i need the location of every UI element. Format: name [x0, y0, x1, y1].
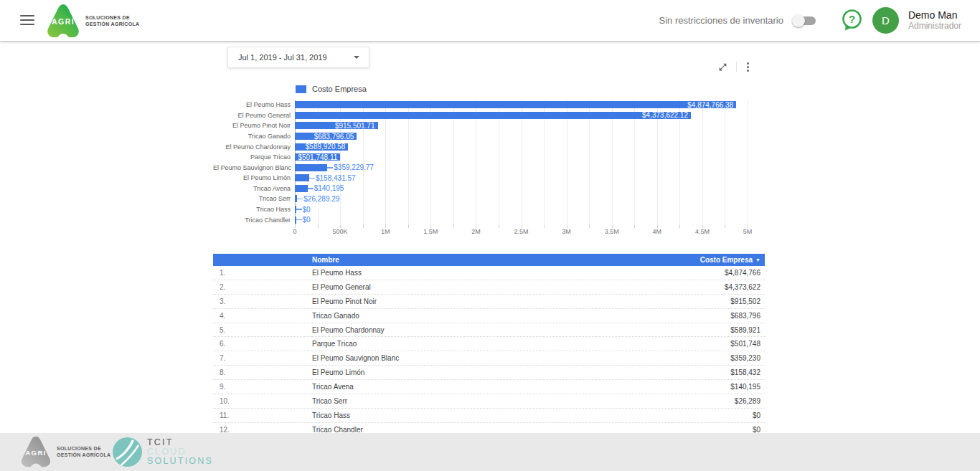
toggle-knob [792, 14, 805, 27]
bar-costo-empresa[interactable]: $4,874,766.38 [295, 101, 736, 108]
leader-line-icon [327, 167, 333, 168]
inventory-toggle-switch[interactable] [792, 14, 816, 27]
bar-value-label-group: $26,289.29 [297, 195, 339, 202]
tcit-logo-text: TCIT CLOUD SOLUTIONS [147, 438, 213, 466]
x-axis-ticks [295, 225, 748, 228]
table-row[interactable]: 9.Tricao Avena$140,195 [213, 380, 765, 394]
user-name: Demo Man [908, 9, 961, 21]
tcit-logo-icon [113, 437, 142, 467]
bar-value-label-group: $140,195 [308, 185, 344, 192]
bar-track: $4,373,622.12 [295, 112, 748, 119]
row-index: 8. [213, 366, 312, 380]
bar-value-label-group: $158,431.57 [309, 174, 356, 181]
table-row[interactable]: 8.El Peumo Limón$158,432 [213, 366, 765, 380]
axis-tick [612, 225, 613, 228]
bar-value-label-group: $0 [296, 206, 311, 213]
chart-row: Tricao Chandler$0 [213, 214, 765, 225]
date-range-value: Jul 1, 2019 - Jul 31, 2019 [238, 53, 327, 62]
table-row[interactable]: 1.El Peumo Hass$4,874,766 [213, 266, 765, 280]
row-index: 3. [213, 294, 312, 308]
chart-toolbar [717, 61, 752, 73]
agri-logo-icon: AGRI [45, 3, 81, 39]
user-avatar[interactable]: D [872, 7, 899, 34]
bar-costo-empresa[interactable]: $683,796.05 [295, 133, 357, 140]
bar-value-label: $0 [303, 206, 311, 214]
name-column-header[interactable]: Nombre [312, 254, 672, 266]
table-row[interactable]: 7.El Peumo Sauvignon Blanc$359,230 [213, 351, 765, 366]
page-footer: AGRI SOLUCIONES DE GESTIÓN AGRÍCOLA TCIT… [0, 433, 980, 471]
svg-text:?: ? [849, 13, 855, 25]
x-axis-tick-label: 500K [333, 228, 348, 235]
cost-column-label: Costo Empresa [700, 256, 753, 264]
header-right-cluster: Sin restricciones de inventario ? D Demo… [659, 0, 961, 41]
row-value: $4,373,622 [672, 280, 765, 294]
leader-line-icon [297, 199, 303, 200]
axis-tick [544, 225, 545, 228]
row-name: El Peumo Chardonnay [312, 323, 672, 337]
bar-category-label: El Peumo Limón [213, 174, 295, 181]
row-index: 6. [213, 337, 312, 351]
brand-logo[interactable]: AGRI SOLUCIONES DE GESTIÓN AGRÍCOLA [45, 3, 139, 39]
agri-logo-text: AGRI [52, 17, 75, 26]
bar-category-label: Tricao Chandler [213, 217, 295, 224]
x-axis-tick-label: 4M [653, 228, 662, 235]
table-row[interactable]: 2.El Peumo General$4,373,622 [213, 280, 765, 294]
expand-button[interactable] [717, 61, 729, 73]
chart-row: Parque Tricao$501,748.11 [213, 152, 765, 163]
row-value: $158,432 [672, 366, 765, 380]
row-value: $589,921 [672, 323, 765, 337]
bar-costo-empresa[interactable] [295, 164, 327, 171]
app-header: AGRI SOLUCIONES DE GESTIÓN AGRÍCOLA Sin … [0, 0, 980, 41]
footer-tcit-logo: TCIT CLOUD SOLUTIONS [113, 437, 213, 467]
axis-tick [748, 225, 748, 228]
more-options-button[interactable] [744, 61, 752, 73]
row-index: 10. [213, 394, 312, 409]
help-button[interactable]: ? [841, 9, 863, 32]
row-value: $26,289 [672, 394, 765, 409]
x-axis-tick-label: 2M [471, 228, 481, 235]
row-name: El Peumo Limón [312, 366, 672, 380]
bar-track: $501,748.11 [295, 153, 748, 161]
table-row[interactable]: 10.Tricao Serr$26,289 [213, 394, 765, 409]
date-range-picker[interactable]: Jul 1, 2019 - Jul 31, 2019 [227, 47, 369, 68]
bar-costo-empresa[interactable]: $501,748.11 [295, 153, 340, 161]
axis-tick [408, 225, 409, 228]
row-value: $140,195 [672, 380, 765, 394]
bar-track: $915,501.71 [295, 122, 748, 129]
axis-tick [657, 225, 658, 228]
bar-value-label: $359,229.77 [334, 163, 374, 171]
row-name: Parque Tricao [312, 337, 672, 351]
row-name: El Peumo Sauvignon Blanc [312, 351, 672, 366]
table-row[interactable]: 4.Tricao Ganado$683,796 [213, 308, 765, 323]
user-role: Administrador [908, 21, 961, 32]
chart-row: Tricao Hass$0 [213, 204, 765, 215]
bar-costo-empresa[interactable]: $589,920.58 [295, 143, 348, 151]
axis-tick [589, 225, 590, 228]
row-index: 9. [213, 380, 312, 394]
bar-chart: El Peumo Hass$4,874,766.38El Peumo Gener… [213, 100, 765, 225]
help-icon: ? [841, 9, 863, 32]
bar-costo-empresa[interactable] [295, 185, 308, 192]
table-row[interactable]: 3.El Peumo Pinot Noir$915,502 [213, 294, 765, 308]
x-axis-tick-label: 2.5M [514, 228, 528, 235]
cost-column-header[interactable]: Costo Empresa▼ [672, 254, 765, 266]
toolbar-divider [736, 62, 737, 72]
bar-category-label: Tricao Ganado [213, 133, 295, 140]
row-value: $0 [672, 408, 765, 422]
axis-tick [453, 225, 454, 228]
table-row[interactable]: 5.El Peumo Chardonnay$589,921 [213, 323, 765, 337]
agri-logo-gray-icon: AGRI [19, 435, 52, 468]
leader-line-icon [309, 178, 315, 179]
bar-costo-empresa[interactable]: $4,373,622.12 [295, 112, 691, 119]
row-value: $915,502 [672, 294, 765, 308]
bar-category-label: Tricao Hass [213, 206, 295, 213]
table-row[interactable]: 6.Parque Tricao$501,748 [213, 337, 765, 351]
hamburger-menu-icon[interactable] [20, 15, 34, 25]
bar-costo-empresa[interactable]: $915,501.71 [295, 122, 378, 129]
axis-tick [295, 225, 296, 228]
bar-costo-empresa[interactable] [295, 174, 309, 181]
sort-desc-icon: ▼ [755, 257, 760, 262]
table-row[interactable]: 11.Tricao Hass$0 [213, 408, 765, 422]
bar-value-label: $158,431.57 [316, 174, 356, 182]
chart-row: El Peumo Chardonnay$589,920.58 [213, 141, 765, 152]
